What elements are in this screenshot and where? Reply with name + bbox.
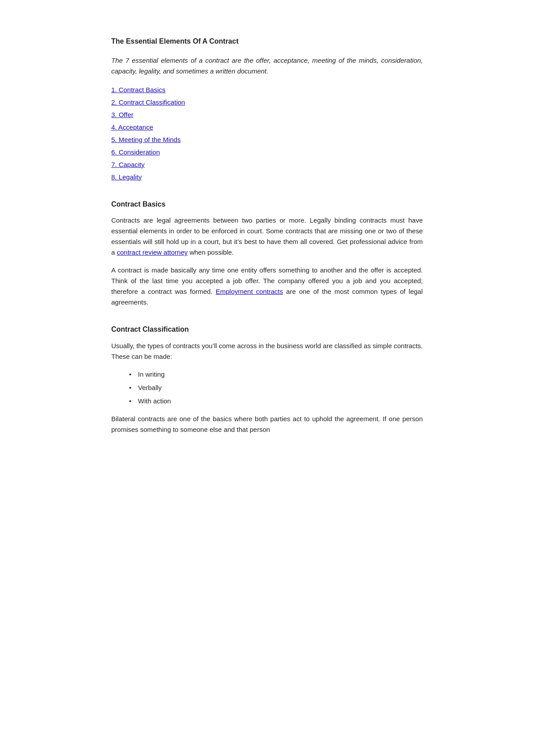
section-title-contract-classification: Contract Classification xyxy=(111,324,423,335)
list-item: In writing xyxy=(138,369,423,380)
toc-item-3: 3. Offer xyxy=(111,110,423,120)
contract-classification-paragraph-1: Usually, the types of contracts you’ll c… xyxy=(111,341,423,362)
contract-basics-paragraph-2: A contract is made basically any time on… xyxy=(111,265,423,308)
toc-item-6: 6. Consideration xyxy=(111,147,423,158)
toc-item-1: 1. Contract Basics xyxy=(111,85,423,95)
toc-link-2[interactable]: 2. Contract Classification xyxy=(111,98,185,106)
toc-link-5[interactable]: 5. Meeting of the Minds xyxy=(111,136,181,143)
contract-basics-p1-text-after: when possible. xyxy=(188,248,234,256)
toc-link-1[interactable]: 1. Contract Basics xyxy=(111,86,166,93)
toc-link-4[interactable]: 4. Acceptance xyxy=(111,123,153,131)
toc-link-3[interactable]: 3. Offer xyxy=(111,111,134,118)
page-container: The Essential Elements Of A Contract The… xyxy=(67,0,467,478)
main-title: The Essential Elements Of A Contract xyxy=(111,36,423,47)
toc-link-7[interactable]: 7. Capacity xyxy=(111,161,145,168)
employment-contracts-link[interactable]: Employment contracts xyxy=(216,288,283,295)
intro-paragraph: The 7 essential elements of a contract a… xyxy=(111,55,423,77)
toc-item-5: 5. Meeting of the Minds xyxy=(111,134,423,145)
contract-basics-paragraph-1: Contracts are legal agreements between t… xyxy=(111,215,423,258)
toc-item-4: 4. Acceptance xyxy=(111,122,423,133)
toc-link-6[interactable]: 6. Consideration xyxy=(111,148,160,156)
bullet-list: In writing Verbally With action xyxy=(138,369,423,406)
toc-item-8: 8. Legality xyxy=(111,172,423,183)
contract-classification-paragraph-2: Bilateral contracts are one of the basic… xyxy=(111,414,423,435)
contract-review-attorney-link[interactable]: contract review attorney xyxy=(117,248,188,256)
toc-item-7: 7. Capacity xyxy=(111,159,423,170)
toc-link-8[interactable]: 8. Legality xyxy=(111,173,142,181)
section-title-contract-basics: Contract Basics xyxy=(111,199,423,210)
list-item: With action xyxy=(138,396,423,406)
table-of-contents: 1. Contract Basics 2. Contract Classific… xyxy=(111,85,423,183)
toc-item-2: 2. Contract Classification xyxy=(111,97,423,108)
list-item: Verbally xyxy=(138,382,423,393)
